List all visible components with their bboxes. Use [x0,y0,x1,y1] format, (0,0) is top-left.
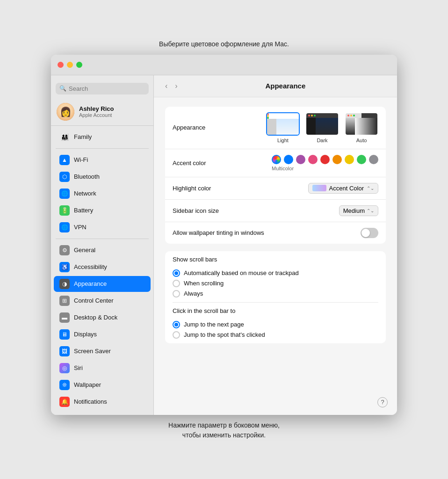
bluetooth-icon: ⬡ [59,172,70,182]
wallpaper-tinting-label: Allow wallpaper tinting in windows [173,229,264,236]
sidebar-item-family[interactable]: 👨‍👩‍👧 Family [54,129,151,145]
accent-dot-multicolor[interactable] [272,155,281,164]
sidebar-label-vpn: VPN [74,224,87,231]
forward-button[interactable]: › [173,81,179,91]
sidebar-label-network: Network [74,190,96,197]
sidebar-icon-chevron-icon: ⌃⌄ [367,208,374,213]
scroll-always-row[interactable]: Always [173,290,378,298]
click-spot-radio[interactable] [173,331,180,339]
sidebar-item-notifications[interactable]: 🔔 Notifications [54,394,151,410]
wallpaper-tinting-row: Allow wallpaper tinting in windows [165,222,386,244]
sidebar-item-screen-saver[interactable]: 🖼 Screen Saver [54,343,151,359]
user-section[interactable]: 👩 Ashley Rico Apple Account [51,99,153,126]
highlight-value: Accent Color [329,185,364,192]
sidebar-divider-1 [56,148,149,149]
sidebar-item-desktop-dock[interactable]: ▬ Desktop & Dock [54,310,151,326]
click-next-row[interactable]: Jump to the next page [173,321,378,328]
sidebar: 🔍 👩 Ashley Rico Apple Account 👨‍👩‍👧 [51,75,154,415]
user-info: Ashley Rico Apple Account [79,105,114,118]
user-sub: Apple Account [79,112,114,118]
siri-icon: ◎ [59,363,70,373]
scroll-auto-radio[interactable] [173,269,180,277]
sidebar-icon-row: Sidebar icon size Medium ⌃⌄ [165,200,386,222]
search-bar[interactable]: 🔍 [56,83,149,94]
highlight-color-label: Highlight color [173,185,211,192]
sidebar-item-general[interactable]: ⚙ General [54,242,151,258]
panel-header: ‹ › Appearance [154,75,397,97]
maximize-button[interactable] [76,62,82,68]
search-icon: 🔍 [59,85,66,92]
sidebar-icon-dropdown[interactable]: Medium ⌃⌄ [339,205,378,216]
notifications-icon: 🔔 [59,397,70,407]
help-button[interactable]: ? [377,397,388,407]
appearance-row-label: Appearance [173,124,205,131]
click-next-radio[interactable] [173,321,180,328]
search-input[interactable] [69,85,145,92]
scroll-always-label: Always [184,290,203,297]
highlight-chevron-icon: ⌃⌄ [367,186,374,191]
sidebar-label-accessibility: Accessibility [74,263,107,270]
sidebar-item-network[interactable]: 🌐 Network [54,186,151,202]
back-button[interactable]: ‹ [163,81,169,91]
accent-dot-graphite[interactable] [369,155,378,164]
vpn-icon: 🌐 [59,222,70,232]
sidebar-icon-label: Sidebar icon size [173,207,219,214]
sidebar-label-general: General [74,247,95,254]
accent-dot-yellow[interactable] [345,155,354,164]
accent-color-label: Accent color [173,160,206,167]
scroll-auto-row[interactable]: Automatically based on mouse or trackpad [173,269,378,277]
sidebar-icon-control: Medium ⌃⌄ [339,205,378,216]
panel-title: Appearance [183,82,388,90]
sidebar-label-displays: Displays [74,331,97,338]
toggle-knob [361,229,370,237]
sidebar-item-wallpaper[interactable]: ❊ Wallpaper [54,377,151,393]
click-spot-row[interactable]: Jump to the spot that's clicked [173,331,378,339]
settings-window: 🔍 👩 Ashley Rico Apple Account 👨‍👩‍👧 [51,55,397,415]
sidebar-item-control-center[interactable]: ⊞ Control Center [54,293,151,309]
panel-content: Appearance [154,97,397,415]
appearance-row: Appearance [165,107,386,149]
accent-dot-orange[interactable] [332,155,342,164]
sidebar-item-accessibility[interactable]: ♿ Accessibility [54,259,151,275]
wifi-icon: ▲ [59,155,70,165]
sidebar-item-appearance[interactable]: ◑ Appearance [54,276,151,292]
titlebar [51,55,397,75]
scroll-always-radio[interactable] [173,290,180,298]
sidebar-item-siri[interactable]: ◎ Siri [54,360,151,376]
appearance-auto-thumb [345,112,378,136]
sidebar-item-bluetooth[interactable]: ⬡ Bluetooth [54,169,151,185]
annotation-bottom: Нажмите параметр в боковом меню,чтобы из… [168,421,280,440]
desktop-dock-icon: ▬ [59,312,70,323]
accent-dot-purple[interactable] [296,155,305,164]
accent-color-row: Accent color [165,149,386,177]
close-button[interactable] [58,62,64,68]
battery-icon: 🔋 [59,205,70,216]
wallpaper-tinting-toggle[interactable] [361,228,378,238]
appearance-auto-option[interactable]: Auto [345,112,378,143]
accent-dot-pink[interactable] [308,155,318,164]
accent-dot-green[interactable] [357,155,366,164]
sidebar-label-battery: Battery [74,207,93,214]
appearance-dark-label: Dark [317,138,327,143]
accent-color-control: Multicolor [272,155,378,171]
accent-dot-blue[interactable] [284,155,293,164]
sidebar-item-battery[interactable]: 🔋 Battery [54,203,151,218]
minimize-button[interactable] [67,62,73,68]
appearance-icon: ◑ [59,279,70,289]
scroll-when-radio[interactable] [173,280,180,287]
sidebar-label-notifications: Notifications [74,398,107,405]
appearance-dark-option[interactable]: Dark [305,112,339,143]
scroll-when-row[interactable]: When scrolling [173,280,378,287]
appearance-light-option[interactable]: Light [266,112,300,143]
appearance-options: Light [266,112,378,143]
sidebar-item-wifi[interactable]: ▲ Wi-Fi [54,152,151,168]
sidebar-icon-value: Medium [343,207,365,214]
accent-dot-red[interactable] [320,155,330,164]
annotation-top: Выберите цветовое оформление для Mac. [159,39,289,49]
appearance-light-label: Light [277,138,289,143]
sidebar-label-screen-saver: Screen Saver [74,348,111,355]
displays-icon: 🖥 [59,329,70,340]
sidebar-item-vpn[interactable]: 🌐 VPN [54,219,151,235]
highlight-selector[interactable]: Accent Color ⌃⌄ [308,183,378,194]
sidebar-item-displays[interactable]: 🖥 Displays [54,327,151,342]
